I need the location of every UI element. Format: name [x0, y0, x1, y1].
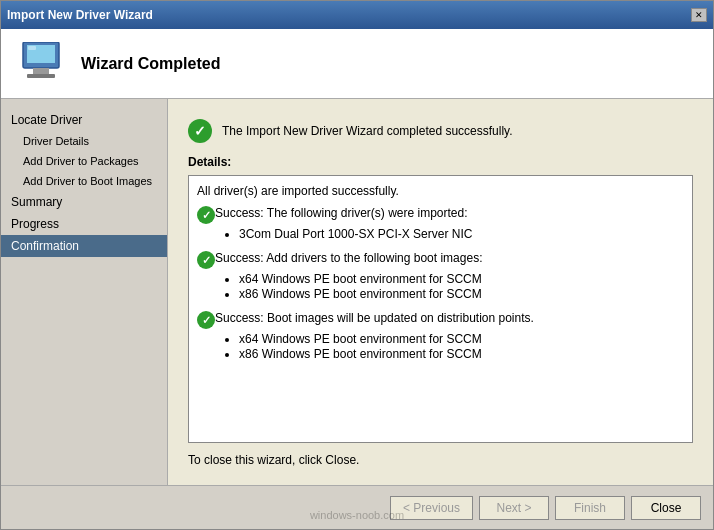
section1-bullets: 3Com Dual Port 1000-SX PCI-X Server NIC: [197, 227, 684, 241]
next-button[interactable]: Next >: [479, 496, 549, 520]
section1-check-icon: ✓: [197, 206, 215, 224]
title-bar-controls: ✕: [691, 8, 707, 22]
detail-section-2: ✓ Success: Add drivers to the following …: [197, 251, 684, 301]
detail-section-2-header: ✓ Success: Add drivers to the following …: [197, 251, 684, 269]
green-check-circle: ✓: [188, 119, 212, 143]
detail-section-1-header: ✓ Success: The following driver(s) were …: [197, 206, 684, 224]
wizard-header: Wizard Completed: [1, 29, 713, 99]
details-label: Details:: [188, 155, 693, 169]
section3-bullet-2: x86 Windows PE boot environment for SCCM: [239, 347, 684, 361]
section3-check-icon: ✓: [197, 311, 215, 329]
details-box[interactable]: All driver(s) are imported successfully.…: [188, 175, 693, 443]
sidebar-item-summary[interactable]: Summary: [1, 191, 167, 213]
section2-check-icon: ✓: [197, 251, 215, 269]
section2-title: Success: Add drivers to the following bo…: [215, 251, 482, 265]
finish-button[interactable]: Finish: [555, 496, 625, 520]
section2-bullets: x64 Windows PE boot environment for SCCM…: [197, 272, 684, 301]
title-bar-text: Import New Driver Wizard: [7, 8, 153, 22]
details-intro: All driver(s) are imported successfully.: [197, 184, 684, 198]
section2-bullet-1: x64 Windows PE boot environment for SCCM: [239, 272, 684, 286]
success-text: The Import New Driver Wizard completed s…: [222, 124, 513, 138]
sidebar-item-add-driver-packages[interactable]: Add Driver to Packages: [1, 151, 167, 171]
sidebar-item-locate-driver[interactable]: Locate Driver: [1, 109, 167, 131]
sidebar: Locate Driver Driver Details Add Driver …: [1, 99, 168, 485]
main-content: ✓ The Import New Driver Wizard completed…: [168, 99, 713, 485]
detail-section-3-header: ✓ Success: Boot images will be updated o…: [197, 311, 684, 329]
close-button[interactable]: ✕: [691, 8, 707, 22]
success-icon: ✓: [188, 119, 212, 143]
section3-bullets: x64 Windows PE boot environment for SCCM…: [197, 332, 684, 361]
footer-text: To close this wizard, click Close.: [188, 453, 693, 467]
section2-bullet-2: x86 Windows PE boot environment for SCCM: [239, 287, 684, 301]
svg-rect-4: [28, 46, 36, 50]
wizard-header-title: Wizard Completed: [81, 55, 220, 73]
success-row: ✓ The Import New Driver Wizard completed…: [188, 119, 693, 143]
wizard-window: Import New Driver Wizard ✕ Wizard Comple…: [0, 0, 714, 530]
section3-bullet-1: x64 Windows PE boot environment for SCCM: [239, 332, 684, 346]
sidebar-item-progress[interactable]: Progress: [1, 213, 167, 235]
sidebar-item-confirmation[interactable]: Confirmation: [1, 235, 167, 257]
close-button[interactable]: Close: [631, 496, 701, 520]
svg-rect-2: [33, 68, 49, 74]
section1-title: Success: The following driver(s) were im…: [215, 206, 468, 220]
section1-bullet-1: 3Com Dual Port 1000-SX PCI-X Server NIC: [239, 227, 684, 241]
sidebar-item-add-driver-boot[interactable]: Add Driver to Boot Images: [1, 171, 167, 191]
detail-section-3: ✓ Success: Boot images will be updated o…: [197, 311, 684, 361]
sidebar-item-driver-details[interactable]: Driver Details: [1, 131, 167, 151]
previous-button[interactable]: < Previous: [390, 496, 473, 520]
wizard-header-icon: [17, 40, 65, 88]
svg-rect-3: [27, 74, 55, 78]
computer-icon: [17, 42, 65, 86]
wizard-body: Locate Driver Driver Details Add Driver …: [1, 99, 713, 485]
title-bar: Import New Driver Wizard ✕: [1, 1, 713, 29]
detail-section-1: ✓ Success: The following driver(s) were …: [197, 206, 684, 241]
section3-title: Success: Boot images will be updated on …: [215, 311, 534, 325]
wizard-footer: < Previous Next > Finish Close: [1, 485, 713, 529]
